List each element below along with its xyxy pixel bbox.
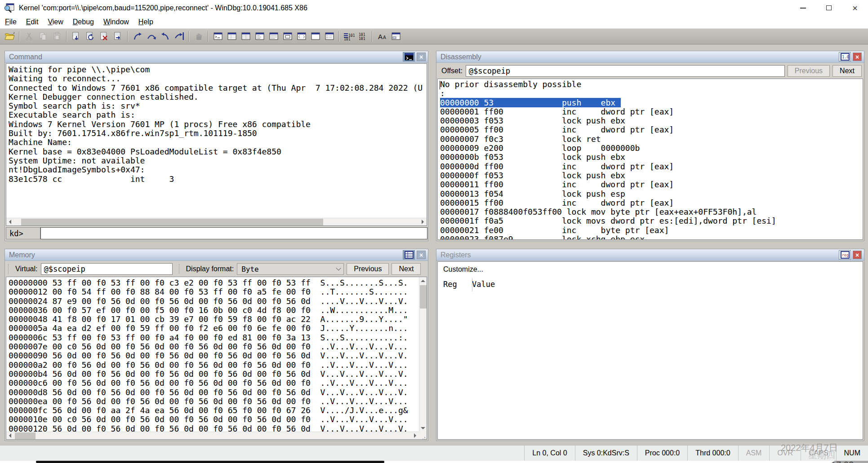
disassembly-line[interactable]: 00000017 f0888400f053ff00 lock mov byte … — [440, 207, 863, 216]
break-icon[interactable] — [191, 30, 205, 43]
disassembly-pane-titlebar[interactable]: Disassembly 1.0 × — [436, 51, 864, 63]
source-mode-off-icon[interactable]: 101101 — [356, 30, 369, 43]
command-output[interactable]: Waiting for pipe \\.\pipe\com Waiting to… — [6, 63, 427, 226]
memory-dump[interactable]: 00000000 53 ff 00 f0 53 ff 00 f0 c3 e2 0… — [6, 277, 427, 440]
minimize-button[interactable] — [790, 0, 816, 16]
source-mode-on-icon[interactable]: 101101 — [342, 30, 356, 43]
paste-icon[interactable] — [50, 30, 64, 43]
menu-file[interactable]: File — [0, 17, 21, 27]
svg-text:101: 101 — [344, 37, 351, 41]
disassembly-line[interactable]: No prior disassembly possible — [440, 80, 863, 89]
disassembly-line[interactable]: 00000000 53 push ebx — [440, 98, 863, 107]
disassembly-line[interactable]: 0000000b f053 lock push ebx — [440, 153, 863, 162]
menu-help[interactable]: Help — [134, 17, 158, 27]
go-icon[interactable] — [69, 30, 83, 43]
memory-horizontal-scrollbar[interactable] — [6, 432, 419, 439]
close-button[interactable]: × — [842, 0, 868, 16]
command-output-text: Waiting for pipe \\.\pipe\com Waiting to… — [6, 64, 427, 184]
column-divider[interactable] — [472, 278, 472, 291]
call-stack-window-icon[interactable] — [280, 30, 294, 43]
scroll-left-arrow[interactable] — [6, 218, 14, 225]
copy-icon[interactable] — [36, 30, 50, 43]
bottom-right-sliver — [834, 461, 868, 463]
svg-text:reg: reg — [842, 253, 849, 257]
disassembly-line[interactable]: 00000001 ff00 inc dword ptr [eax] — [440, 107, 863, 116]
registers-close-icon[interactable]: × — [853, 251, 862, 259]
disassembly-pane-title: Disassembly — [441, 53, 839, 61]
scroll-up-arrow[interactable] — [419, 277, 427, 284]
registers-pane-titlebar[interactable]: Registers reg × — [436, 249, 864, 261]
disassembly-window-icon[interactable] — [294, 30, 308, 43]
options-icon[interactable] — [389, 30, 403, 43]
command-input[interactable] — [40, 227, 427, 239]
memory-vertical-scrollbar[interactable] — [419, 277, 427, 432]
disassembly-listing[interactable]: No prior disassembly possible:00000000 5… — [437, 79, 863, 240]
registers-window-icon[interactable]: reg — [839, 250, 851, 260]
command-window-icon[interactable] — [211, 30, 225, 43]
memory-close-icon[interactable]: × — [417, 251, 426, 259]
disassembly-line[interactable]: : — [440, 89, 863, 98]
memory-pane-titlebar[interactable]: Memory × — [5, 249, 428, 261]
cut-icon[interactable] — [22, 30, 36, 43]
memory-window-icon[interactable] — [267, 30, 280, 43]
processes-window-icon[interactable] — [322, 30, 336, 43]
scroll-down-arrow[interactable] — [419, 424, 427, 432]
disassembly-line[interactable]: 00000003 f053 lock push ebx — [440, 116, 863, 125]
watch-window-icon[interactable] — [225, 30, 239, 43]
disassembly-line[interactable]: 00000009 e200 loop 0000000b — [440, 144, 863, 153]
menu-debug[interactable]: Debug — [68, 17, 98, 27]
stop-debugging-icon[interactable] — [97, 30, 111, 43]
disassembly-close-icon[interactable]: × — [853, 53, 862, 61]
value-column-header[interactable]: Value — [472, 280, 495, 289]
memory-previous-button[interactable]: Previous — [347, 263, 389, 275]
command-close-icon[interactable]: × — [417, 53, 426, 61]
disassembly-line[interactable]: 00000015 ff00 inc dword ptr [eax] — [440, 198, 863, 207]
display-format-label: Display format: — [186, 265, 234, 273]
menu-window[interactable]: Window — [99, 17, 134, 27]
menu-edit[interactable]: Edit — [22, 17, 43, 27]
svg-text:1.0: 1.0 — [842, 55, 849, 59]
disassembly-next-button[interactable]: Next — [832, 65, 862, 77]
step-into-icon[interactable] — [130, 30, 144, 43]
run-to-cursor-icon[interactable] — [172, 30, 186, 43]
disassembly-line[interactable]: 0000000f f053 lock push ebx — [440, 171, 863, 180]
open-source-file-icon[interactable] — [3, 30, 17, 43]
disassembly-previous-button[interactable]: Previous — [788, 65, 830, 77]
offset-input[interactable] — [466, 65, 785, 77]
scroll-left-arrow[interactable] — [6, 432, 14, 439]
command-console-icon[interactable] — [403, 52, 415, 62]
command-horizontal-scrollbar[interactable] — [6, 218, 427, 225]
disassembly-line[interactable]: 00000013 f054 lock push esp — [440, 190, 863, 198]
memory-next-button[interactable]: Next — [392, 263, 421, 275]
disassembly-line[interactable]: 0000001f f0a5 lock movs dword ptr es:[ed… — [440, 216, 863, 225]
step-over-icon[interactable] — [144, 30, 158, 43]
registers-window-icon[interactable] — [253, 30, 267, 43]
restart-icon[interactable] — [83, 30, 97, 43]
locals-window-icon[interactable] — [239, 30, 253, 43]
disassembly-line[interactable]: 0000000d ff00 inc dword ptr [eax] — [440, 162, 863, 171]
menu-view[interactable]: View — [43, 17, 67, 27]
command-pane-titlebar[interactable]: Command × — [5, 51, 428, 63]
command-prompt-row: kd> — [6, 227, 427, 239]
scrollbar-thumb[interactable] — [21, 219, 323, 225]
disassembly-line[interactable]: 00000023 f087e9 lock xchg ebp,ecx — [440, 235, 863, 240]
step-out-icon[interactable] — [158, 30, 172, 43]
reg-column-header[interactable]: Reg — [443, 280, 472, 289]
disassembly-window-icon[interactable]: 1.0 — [839, 52, 851, 62]
scroll-right-arrow[interactable] — [411, 432, 419, 439]
disassembly-line[interactable]: 00000007 f0c3 lock ret — [440, 135, 863, 144]
detach-icon[interactable] — [111, 30, 125, 43]
memory-window-icon[interactable] — [403, 250, 415, 260]
disassembly-line[interactable]: 00000005 ff00 inc dword ptr [eax] — [440, 125, 863, 134]
scrollbar-thumb[interactable] — [15, 432, 36, 439]
font-icon[interactable]: AA — [375, 30, 389, 43]
customize-button[interactable]: Customize... — [438, 262, 863, 276]
scratch-pad-icon[interactable] — [308, 30, 322, 43]
scrollbar-thumb[interactable] — [420, 285, 427, 309]
display-format-dropdown[interactable]: Byte — [237, 263, 344, 275]
disassembly-line[interactable]: 00000021 fe00 inc byte ptr [eax] — [440, 226, 863, 235]
scroll-right-arrow[interactable] — [419, 218, 427, 225]
disassembly-line[interactable]: 00000011 ff00 inc dword ptr [eax] — [440, 180, 863, 189]
maximize-button[interactable] — [816, 0, 842, 16]
virtual-address-input[interactable] — [41, 263, 173, 275]
